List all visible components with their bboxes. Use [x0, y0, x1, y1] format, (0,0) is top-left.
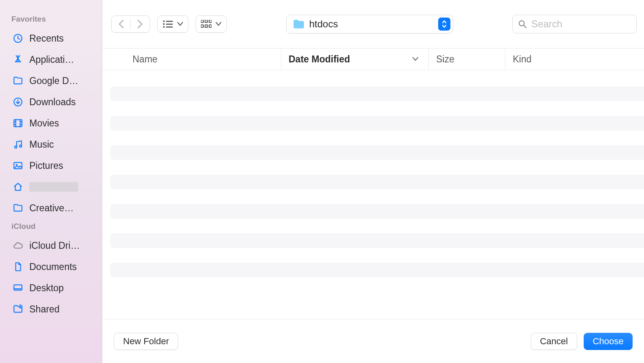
- sidebar-item-desktop[interactable]: Desktop: [0, 277, 102, 299]
- column-label: Name: [132, 54, 157, 65]
- svg-rect-23: [201, 20, 203, 22]
- svg-line-30: [524, 26, 526, 28]
- svg-point-9: [15, 146, 17, 148]
- list-row-empty: [110, 233, 644, 248]
- desktop-icon: [13, 283, 23, 293]
- music-icon-wrap: [12, 139, 24, 150]
- sidebar-item-music[interactable]: Music: [0, 134, 102, 155]
- svg-rect-22: [166, 27, 173, 28]
- cloud-icon-wrap: [12, 240, 24, 251]
- movie-icon: [13, 118, 23, 128]
- search-input[interactable]: [531, 18, 631, 30]
- column-kind[interactable]: Kind: [505, 49, 644, 70]
- shared-icon-wrap: [12, 303, 24, 315]
- footer: New Folder Cancel Choose: [102, 319, 644, 363]
- clock-icon-wrap: [12, 33, 24, 44]
- column-date-modified[interactable]: Date Modified: [281, 49, 429, 70]
- chevron-left-icon: [118, 20, 124, 29]
- appstore-icon: [13, 54, 23, 65]
- music-icon: [13, 139, 23, 150]
- cancel-button[interactable]: Cancel: [531, 333, 577, 350]
- nav-back-forward: [111, 15, 150, 33]
- sidebar-item-home[interactable]: [0, 176, 102, 197]
- sidebar-item-label: Downloads: [29, 97, 76, 108]
- column-size[interactable]: Size: [429, 49, 505, 70]
- sidebar-item-label: Applicati…: [29, 54, 74, 65]
- list-icon: [163, 20, 173, 28]
- sidebar-item-icloud-dri-[interactable]: iCloud Dri…: [0, 235, 102, 256]
- sidebar-item-downloads[interactable]: Downloads: [0, 91, 102, 113]
- column-header: Name Date Modified Size Kind: [102, 48, 644, 70]
- sidebar-item-label: Music: [29, 139, 54, 150]
- new-folder-button[interactable]: New Folder: [114, 333, 178, 350]
- file-list[interactable]: [102, 70, 644, 319]
- doc-icon-wrap: [12, 261, 24, 272]
- file-chooser-window: FavoritesRecentsApplicati…Google D…Downl…: [0, 0, 644, 363]
- back-button[interactable]: [112, 15, 130, 33]
- current-folder-popup[interactable]: htdocs: [286, 15, 453, 33]
- column-label: Size: [436, 54, 454, 65]
- sidebar-item-label: [29, 182, 78, 192]
- svg-rect-27: [205, 25, 207, 27]
- sidebar-item-shared[interactable]: Shared: [0, 299, 102, 320]
- desktop-icon-wrap: [12, 282, 24, 294]
- picture-icon: [13, 160, 23, 171]
- chevron-right-icon: [137, 20, 143, 29]
- search-icon: [518, 20, 527, 29]
- clock-icon: [13, 33, 23, 44]
- chevron-down-icon: [216, 22, 221, 26]
- svg-point-19: [163, 23, 165, 25]
- sidebar-item-label: iCloud Dri…: [29, 240, 80, 251]
- sidebar-item-label: Recents: [29, 33, 64, 44]
- list-row-empty: [110, 116, 644, 131]
- folder-icon: [293, 19, 304, 29]
- forward-button[interactable]: [131, 15, 150, 33]
- sidebar-item-pictures[interactable]: Pictures: [0, 155, 102, 176]
- picture-icon-wrap: [12, 160, 24, 171]
- sidebar-item-label: Pictures: [29, 160, 63, 171]
- sidebar-item-creative-[interactable]: Creative…: [0, 197, 102, 219]
- main-area: htdocs Name Date Modified: [102, 0, 644, 363]
- home-icon: [13, 182, 23, 192]
- column-name[interactable]: Name: [102, 49, 281, 70]
- sidebar-item-google-d-[interactable]: Google D…: [0, 70, 102, 91]
- sidebar-item-label: Documents: [29, 261, 77, 272]
- sidebar-item-documents[interactable]: Documents: [0, 256, 102, 277]
- download-icon: [13, 97, 23, 107]
- sidebar-item-label: Shared: [29, 304, 60, 315]
- list-row-empty: [110, 86, 644, 101]
- svg-rect-20: [166, 24, 173, 25]
- sidebar-item-recents[interactable]: Recents: [0, 28, 102, 49]
- doc-icon: [13, 261, 23, 272]
- movie-icon-wrap: [12, 117, 24, 129]
- view-mode-list-button[interactable]: [157, 15, 188, 33]
- list-row-empty: [110, 204, 644, 219]
- folder-icon-wrap: [12, 75, 24, 86]
- sidebar-item-applicati-[interactable]: Applicati…: [0, 49, 102, 70]
- svg-rect-24: [205, 20, 207, 22]
- chevron-down-icon: [177, 22, 183, 26]
- svg-rect-28: [209, 25, 212, 27]
- svg-point-29: [519, 21, 524, 26]
- list-row-empty: [110, 175, 644, 189]
- column-label: Kind: [513, 54, 532, 65]
- column-label: Date Modified: [289, 54, 350, 65]
- svg-rect-2: [14, 120, 22, 126]
- svg-rect-18: [166, 21, 173, 22]
- choose-button[interactable]: Choose: [584, 333, 633, 350]
- svg-point-21: [163, 26, 165, 28]
- folder-popup-stepper[interactable]: [438, 18, 450, 31]
- sidebar-item-movies[interactable]: Movies: [0, 113, 102, 134]
- current-folder-name: htdocs: [309, 18, 338, 30]
- folder-icon-wrap: [12, 202, 24, 214]
- folder-icon: [13, 203, 23, 213]
- sidebar-item-label: Movies: [29, 118, 59, 129]
- sidebar-item-label: Google D…: [29, 75, 78, 86]
- chevron-down-icon: [412, 57, 419, 62]
- sidebar-section-title: iCloud: [0, 219, 102, 235]
- list-row-empty: [110, 263, 644, 277]
- search-field[interactable]: [512, 15, 637, 33]
- svg-point-10: [20, 145, 22, 147]
- group-by-button[interactable]: [196, 15, 227, 33]
- svg-rect-26: [201, 25, 203, 27]
